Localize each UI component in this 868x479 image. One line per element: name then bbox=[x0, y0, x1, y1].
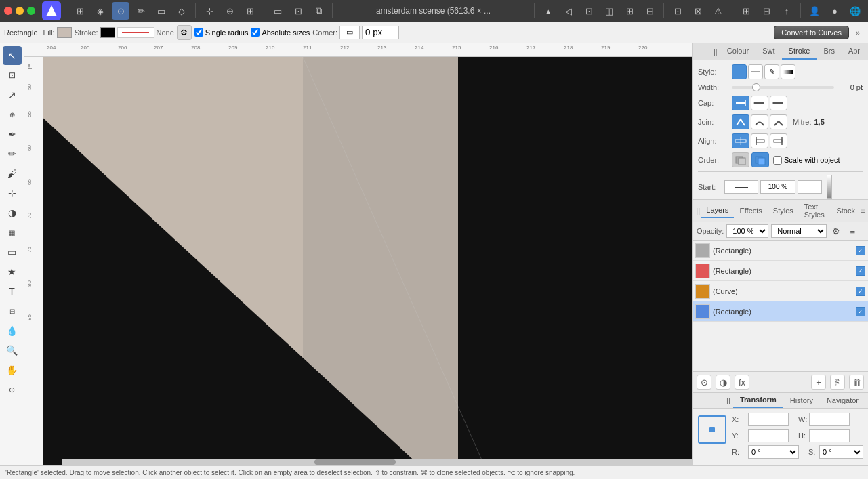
snap-icon[interactable]: ⊹ bbox=[201, 2, 218, 20]
r-input[interactable]: 0 ° bbox=[748, 445, 799, 459]
stroke-gear-button[interactable]: ⚙ bbox=[177, 25, 192, 40]
solid-style-btn[interactable] bbox=[732, 64, 747, 79]
horizontal-scrollbar[interactable] bbox=[62, 459, 692, 465]
align2-icon[interactable]: ⊠ bbox=[689, 2, 707, 20]
align-icon[interactable]: ⊡ bbox=[669, 2, 686, 20]
overlap-icon[interactable]: ⧉ bbox=[310, 2, 327, 20]
minimize-button[interactable] bbox=[16, 7, 24, 15]
layer-more-icon[interactable]: ≡ bbox=[846, 224, 859, 238]
world-icon[interactable]: 🌐 bbox=[846, 2, 864, 20]
move-icon[interactable]: ⊡ bbox=[289, 2, 307, 20]
x-input[interactable]: -4 px bbox=[748, 413, 789, 426]
tab-navigator[interactable]: Navigator bbox=[820, 394, 865, 407]
scale-with-object-checkbox[interactable] bbox=[773, 156, 782, 165]
draw-style-btn[interactable]: ✎ bbox=[764, 64, 779, 79]
align-inside-btn[interactable] bbox=[751, 133, 768, 148]
cap-butt-btn[interactable] bbox=[732, 96, 749, 110]
cap-round-btn[interactable] bbox=[751, 96, 768, 110]
start-pct-input[interactable] bbox=[760, 180, 795, 194]
tab-colour[interactable]: Colour bbox=[720, 43, 756, 60]
share-icon[interactable]: ↑ bbox=[778, 2, 795, 20]
select-icon[interactable]: ⊙ bbox=[112, 2, 129, 20]
nav-icon5[interactable]: ⊟ bbox=[641, 2, 659, 20]
gradient-tool[interactable]: ◑ bbox=[3, 203, 22, 222]
text-tool[interactable]: T bbox=[3, 282, 22, 301]
tab-brs[interactable]: Brs bbox=[817, 43, 842, 60]
grid-icon[interactable]: ⊞ bbox=[71, 2, 89, 20]
star-tool[interactable]: ★ bbox=[3, 262, 22, 281]
user-icon[interactable]: 👤 bbox=[806, 2, 823, 20]
pointer-tool[interactable]: ↖ bbox=[3, 46, 22, 65]
layer-item-0[interactable]: (Rectangle) ✓ bbox=[693, 241, 868, 261]
canvas-area[interactable]: 204 205 206 207 208 209 210 211 212 213 … bbox=[24, 43, 692, 465]
layers-overflow-button[interactable]: ≡ bbox=[861, 206, 865, 215]
export-icon[interactable]: ⊞ bbox=[737, 2, 755, 20]
snap2-icon[interactable]: ⊕ bbox=[221, 2, 239, 20]
s-input[interactable]: 0 ° bbox=[819, 445, 863, 459]
layer-copy-btn[interactable]: ⎘ bbox=[830, 375, 845, 390]
node-icon[interactable]: ◇ bbox=[173, 2, 190, 20]
layer-visibility-0[interactable]: ✓ bbox=[856, 246, 865, 255]
layer-item-3[interactable]: (Rectangle) ✓ bbox=[693, 301, 868, 322]
brush-tool[interactable]: 🖌 bbox=[3, 164, 22, 183]
crop-tool[interactable]: ⊕ bbox=[3, 105, 22, 124]
cap-square-btn[interactable] bbox=[770, 96, 787, 110]
canvas-content[interactable] bbox=[43, 57, 692, 465]
tab-swt[interactable]: Swt bbox=[756, 43, 781, 60]
tab-history[interactable]: History bbox=[783, 394, 820, 407]
shape-tool[interactable]: ▭ bbox=[3, 243, 22, 262]
frame-tool[interactable]: ⊟ bbox=[3, 301, 22, 320]
width-slider-thumb[interactable] bbox=[752, 83, 760, 91]
layer-item-1[interactable]: (Rectangle) ✓ bbox=[693, 261, 868, 281]
nav-icon3[interactable]: ◫ bbox=[600, 2, 618, 20]
hand-tool[interactable]: ✋ bbox=[3, 360, 22, 379]
nav-icon2[interactable]: ⊡ bbox=[580, 2, 598, 20]
align-center-btn[interactable] bbox=[732, 133, 749, 148]
fullscreen-button[interactable] bbox=[27, 7, 35, 15]
tab-text-styles[interactable]: Text Styles bbox=[799, 200, 831, 222]
gradient-style-btn[interactable] bbox=[781, 64, 795, 79]
layer-add-btn[interactable]: + bbox=[811, 375, 826, 390]
single-radius-checkbox[interactable] bbox=[194, 28, 203, 37]
tab-effects[interactable]: Effects bbox=[734, 204, 767, 217]
layer-item-2[interactable]: (Curve) ✓ bbox=[693, 281, 868, 301]
opacity-select[interactable]: 100 % bbox=[726, 224, 768, 238]
corner-value-input[interactable] bbox=[362, 26, 399, 39]
nav-icon4[interactable]: ⊞ bbox=[621, 2, 638, 20]
start-color-box[interactable] bbox=[798, 180, 822, 194]
stroke-color-swatch[interactable] bbox=[100, 27, 115, 38]
eyedropper-tool[interactable]: 💧 bbox=[3, 321, 22, 340]
zoom-tool[interactable]: 🔍 bbox=[3, 341, 22, 360]
nav-left-icon[interactable]: ◁ bbox=[560, 2, 577, 20]
join-miter-btn[interactable] bbox=[732, 114, 749, 129]
h-input[interactable]: 363 px bbox=[809, 429, 850, 442]
layers-panel-collapse[interactable]: || bbox=[695, 206, 701, 215]
layer-settings-icon[interactable]: ⚙ bbox=[829, 224, 843, 238]
absolute-sizes-checkbox[interactable] bbox=[251, 28, 260, 37]
w-input[interactable]: 262 px bbox=[809, 413, 850, 426]
blend-mode-select[interactable]: Normal bbox=[771, 224, 827, 238]
stroke-line-style[interactable] bbox=[117, 27, 154, 38]
tab-transform[interactable]: Transform bbox=[733, 393, 783, 408]
pen-icon[interactable]: ✏ bbox=[132, 2, 150, 20]
transparency-tool[interactable]: ▦ bbox=[3, 223, 22, 242]
triangle-icon[interactable]: ▴ bbox=[539, 2, 557, 20]
panel-collapse-icon[interactable]: || bbox=[711, 47, 720, 56]
warning-icon[interactable]: ⚠ bbox=[709, 2, 727, 20]
join-bevel-btn[interactable] bbox=[770, 114, 787, 129]
tab-apr[interactable]: Apr bbox=[842, 43, 867, 60]
paint-bucket-tool[interactable]: ⊹ bbox=[3, 184, 22, 203]
width-slider[interactable] bbox=[732, 86, 834, 89]
layer-fx-btn[interactable]: fx bbox=[735, 375, 749, 390]
convert-to-curves-button[interactable]: Convert to Curves bbox=[774, 26, 849, 39]
y-input[interactable]: -8 px bbox=[748, 429, 789, 442]
scrollbar-thumb[interactable] bbox=[314, 459, 396, 465]
align-outside-btn[interactable] bbox=[770, 133, 787, 148]
fill-color-swatch[interactable] bbox=[57, 27, 72, 38]
tab-stock[interactable]: Stock bbox=[831, 204, 861, 217]
layer-visibility-2[interactable]: ✓ bbox=[856, 287, 865, 296]
shape-icon[interactable]: ▭ bbox=[152, 2, 170, 20]
close-button[interactable] bbox=[4, 7, 12, 15]
constraint-icon[interactable]: ⊞ bbox=[241, 2, 259, 20]
transform-tool[interactable]: ↗ bbox=[3, 85, 22, 104]
